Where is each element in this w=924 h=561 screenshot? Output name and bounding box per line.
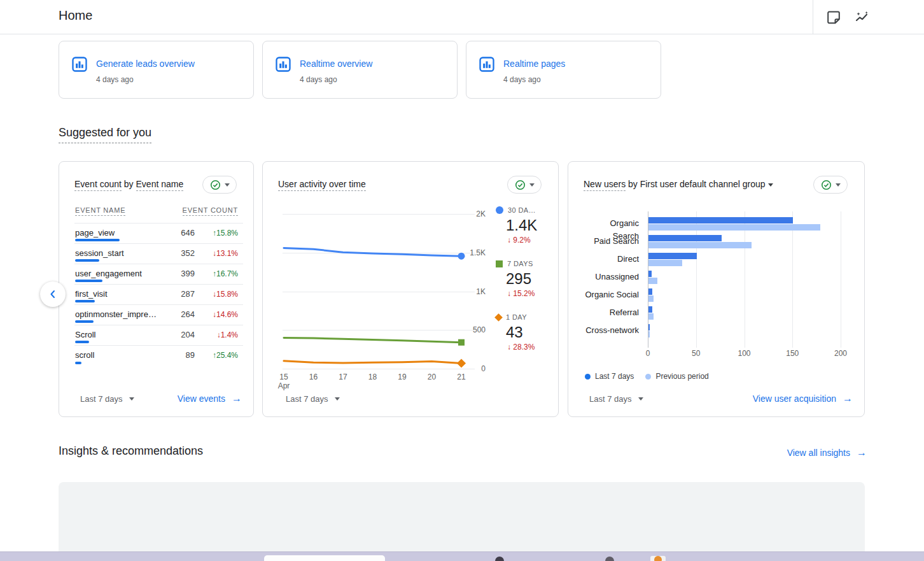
event-change: ↑15.8% bbox=[213, 229, 238, 238]
col-event-count[interactable]: EVENT COUNT bbox=[183, 206, 238, 216]
category-label: Organic Social bbox=[582, 288, 639, 301]
stat-block: 30 DA…1.4K↓ 9.2% bbox=[496, 206, 559, 245]
gridline bbox=[283, 369, 475, 369]
bar-current bbox=[648, 253, 697, 259]
event-count-value: 204 bbox=[181, 330, 195, 339]
bar-previous bbox=[648, 260, 682, 266]
chevron-down-icon bbox=[335, 397, 340, 401]
series-line bbox=[284, 337, 461, 342]
bar-current bbox=[648, 288, 652, 295]
stat-value: 295 bbox=[506, 270, 559, 288]
bar-previous bbox=[648, 331, 650, 337]
series-line bbox=[284, 248, 461, 256]
bar-previous bbox=[648, 242, 752, 248]
legend-dot-icon bbox=[645, 374, 651, 380]
shortcut-card-realtime-pages[interactable]: Realtime pages 4 days ago bbox=[466, 41, 661, 99]
event-mini-bar bbox=[75, 362, 81, 364]
x-axis-tick: 21 bbox=[449, 373, 474, 381]
x-axis-tick: 50 bbox=[687, 349, 706, 358]
shortcut-card-generate-leads[interactable]: Generate leads overview 4 days ago bbox=[59, 41, 254, 99]
card-status-dropdown[interactable] bbox=[202, 176, 237, 194]
notes-icon[interactable] bbox=[826, 10, 841, 25]
activity-card-title[interactable]: User activity over time bbox=[278, 179, 366, 191]
page-title: Home bbox=[59, 8, 92, 23]
stat-change: ↓ 28.3% bbox=[507, 343, 559, 352]
report-chart-icon bbox=[478, 55, 496, 73]
stat-label: 1 DAY bbox=[496, 313, 559, 321]
taskbar-app-icon[interactable] bbox=[495, 557, 504, 561]
view-user-acquisition-link[interactable]: View user acquisition→ bbox=[753, 393, 853, 404]
event-count-value: 287 bbox=[181, 289, 195, 299]
metric-term[interactable]: New users bbox=[584, 179, 626, 191]
stat-block: 1 DAY43↓ 28.3% bbox=[496, 313, 559, 352]
view-events-link[interactable]: View events→ bbox=[178, 393, 242, 404]
shortcut-time: 4 days ago bbox=[300, 75, 337, 84]
chevron-down-icon bbox=[836, 183, 841, 187]
view-all-insights-link[interactable]: View all insights→ bbox=[787, 447, 867, 458]
insights-panel bbox=[59, 482, 865, 551]
stat-change: ↓ 15.2% bbox=[507, 289, 559, 298]
shortcut-label: Realtime overview bbox=[300, 59, 372, 69]
event-card-title: Event count by Event name bbox=[74, 179, 183, 189]
event-name[interactable]: Scroll bbox=[75, 330, 96, 339]
event-name[interactable]: scroll bbox=[75, 350, 94, 360]
stat-change: ↓ 9.2% bbox=[507, 236, 559, 245]
event-row: page_view646↑15.8% bbox=[74, 224, 243, 244]
metric-term[interactable]: Event count bbox=[74, 179, 122, 191]
square-marker-icon bbox=[496, 260, 503, 267]
event-name[interactable]: optinmonster_impre… bbox=[75, 309, 157, 319]
taskbar-app-icon[interactable] bbox=[605, 557, 614, 561]
stat-label: 30 DA… bbox=[496, 206, 559, 214]
x-axis-tick: 100 bbox=[735, 349, 754, 358]
event-mini-bar bbox=[75, 259, 99, 262]
category-label: Organic Search bbox=[582, 217, 639, 230]
shortcut-time: 4 days ago bbox=[503, 75, 541, 84]
chevron-down-icon bbox=[529, 183, 535, 187]
event-name[interactable]: session_start bbox=[75, 248, 124, 258]
event-change: ↑25.4% bbox=[213, 351, 238, 360]
x-axis-tick: 200 bbox=[831, 349, 850, 358]
carousel-previous-button[interactable] bbox=[40, 281, 66, 307]
taskbar-search-box[interactable] bbox=[264, 555, 385, 561]
bar-previous bbox=[648, 313, 654, 320]
legend-item: Previous period bbox=[645, 372, 708, 381]
os-taskbar bbox=[0, 551, 924, 561]
user-activity-card: User activity over time 2K1.5K1K5000 151… bbox=[262, 161, 559, 417]
insights-sparkline-icon[interactable] bbox=[854, 10, 869, 25]
event-mini-bar bbox=[75, 320, 94, 323]
channel-range-selector[interactable]: Last 7 days bbox=[589, 394, 643, 404]
legend-dot-icon bbox=[585, 374, 591, 380]
check-circle-icon bbox=[821, 180, 832, 190]
event-count-value: 89 bbox=[186, 350, 195, 360]
legend-item: Last 7 days bbox=[585, 372, 634, 381]
event-count-value: 646 bbox=[181, 228, 195, 238]
card-status-dropdown[interactable] bbox=[507, 176, 542, 194]
event-change: ↓15.8% bbox=[213, 290, 238, 299]
col-event-name[interactable]: EVENT NAME bbox=[75, 206, 125, 216]
shortcut-card-realtime-overview[interactable]: Realtime overview 4 days ago bbox=[262, 41, 458, 99]
category-label: Referral bbox=[582, 306, 639, 319]
channel-legend: Last 7 daysPrevious period bbox=[585, 372, 709, 381]
event-name[interactable]: page_view bbox=[75, 228, 115, 238]
arrow-right-icon: → bbox=[843, 393, 853, 404]
dimension-term[interactable]: Event name bbox=[136, 179, 184, 191]
event-range-selector[interactable]: Last 7 days bbox=[80, 394, 134, 404]
card-status-dropdown[interactable] bbox=[813, 176, 848, 194]
activity-range-selector[interactable]: Last 7 days bbox=[286, 394, 340, 404]
x-axis-tick: 15 bbox=[271, 373, 297, 381]
event-row: session_start352↓13.1% bbox=[74, 244, 243, 264]
bar-current bbox=[648, 306, 652, 313]
event-row: optinmonster_impre…264↓14.6% bbox=[74, 305, 243, 325]
channel-card-title: New users by First user default channel … bbox=[584, 179, 773, 189]
category-label: Direct bbox=[582, 253, 639, 266]
event-mini-bar bbox=[75, 239, 120, 241]
event-count-card: Event count by Event name EVENT NAME EVE… bbox=[59, 161, 254, 417]
x-axis-tick: 19 bbox=[389, 373, 415, 381]
event-table-header: EVENT NAME EVENT COUNT bbox=[74, 206, 243, 223]
insights-heading: Insights & recommendations bbox=[59, 444, 203, 458]
event-name[interactable]: user_engagement bbox=[75, 269, 142, 278]
taskbar-app-icon[interactable] bbox=[654, 556, 662, 561]
dimension-picker-caret[interactable] bbox=[768, 183, 773, 187]
chevron-down-icon bbox=[638, 397, 643, 401]
event-name[interactable]: first_visit bbox=[75, 289, 108, 299]
